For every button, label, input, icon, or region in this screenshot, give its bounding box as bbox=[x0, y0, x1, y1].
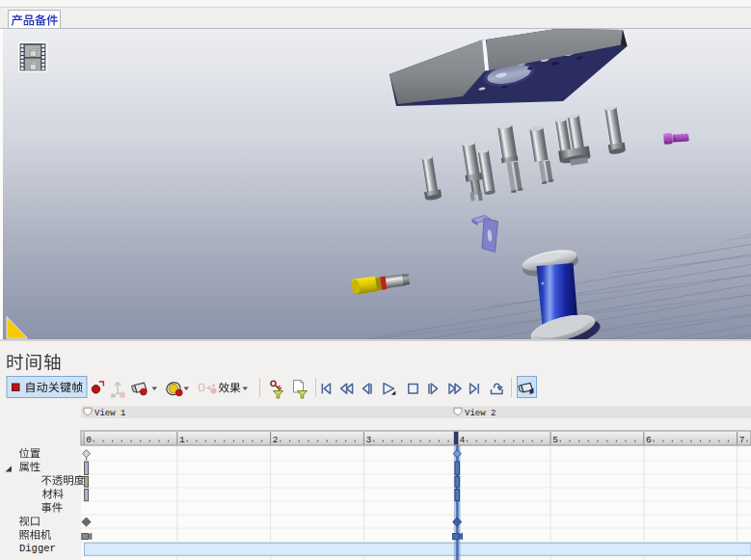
svg-text:7: 7 bbox=[739, 435, 745, 445]
svg-text:2: 2 bbox=[273, 435, 279, 445]
svg-text:6: 6 bbox=[646, 435, 652, 445]
svg-text:1: 1 bbox=[179, 435, 185, 445]
svg-text:5: 5 bbox=[552, 435, 558, 445]
svg-text:0: 0 bbox=[86, 435, 92, 445]
svg-text:Digger: Digger bbox=[19, 543, 56, 554]
svg-text:View 1: View 1 bbox=[94, 409, 125, 418]
svg-text:View 2: View 2 bbox=[465, 409, 496, 418]
svg-text:4: 4 bbox=[459, 435, 465, 445]
svg-text:3: 3 bbox=[366, 435, 372, 445]
